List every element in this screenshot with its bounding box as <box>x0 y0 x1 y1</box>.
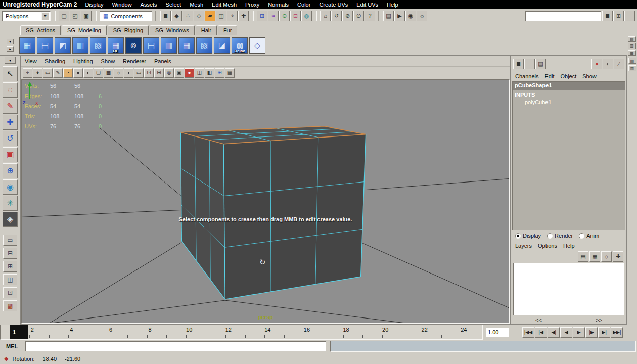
menubar-item[interactable]: Display <box>85 2 103 8</box>
menubar-item[interactable]: Assets <box>141 2 157 8</box>
shelf-delac-icon[interactable]: ▩ Delac <box>232 37 248 54</box>
lock-selection-icon[interactable]: ∅ <box>353 11 364 21</box>
grid-toggle-icon[interactable]: ⊞ <box>215 68 224 78</box>
shaded-toggle-icon[interactable]: ◐ <box>603 59 613 69</box>
shelf-tab[interactable]: SG_Modeling <box>62 25 107 35</box>
layer-lighting-icon[interactable]: ☼ <box>601 251 612 262</box>
help-icon[interactable]: ? <box>365 11 375 21</box>
layer-menu-item[interactable]: Layers <box>515 243 532 249</box>
render-radio[interactable]: Render <box>547 233 573 239</box>
toolbox-menu-button[interactable]: ▾ <box>5 57 16 64</box>
shelf-mirror-icon[interactable]: ▧ <box>196 37 212 54</box>
menubar-item[interactable]: Select <box>166 2 181 8</box>
channel-menu-item[interactable]: Show <box>582 73 597 79</box>
layout-single-pane-button[interactable]: ▭ <box>3 235 17 246</box>
menubar-item[interactable]: Create UVs <box>319 2 348 8</box>
play-backwards-button[interactable]: ◀ <box>560 327 572 338</box>
camera-bookmark-icon[interactable]: ♦ <box>33 68 42 78</box>
channel-layer-tab-icon[interactable]: ▤ <box>535 59 546 69</box>
resolution-gate-icon[interactable]: ⊡ <box>144 68 154 78</box>
select-component-faces-icon[interactable]: ▰ <box>205 11 215 21</box>
default-material-icon[interactable]: ● <box>185 68 194 78</box>
layer-menu-item[interactable]: Options <box>538 243 557 249</box>
viewport-canvas[interactable]: Verts: 56 56 Edges: 108 108 6 Faces: 54 … <box>21 79 510 324</box>
shelf-extrude-icon[interactable]: ▥ <box>72 37 88 54</box>
time-slider[interactable]: 24681012141618202224 1 <box>0 325 483 340</box>
channel-menu-item[interactable]: Edit <box>544 73 554 79</box>
panel-menu-item[interactable]: Shading <box>45 58 65 64</box>
menubar-item[interactable]: Help <box>387 2 398 8</box>
shelf-tab[interactable]: SG_Actions <box>20 25 61 35</box>
panel-menu-item[interactable]: Renderer <box>123 58 146 64</box>
shelf-bridge-icon[interactable]: ▧ <box>90 37 106 54</box>
wireframe-icon[interactable]: ◔ <box>63 68 73 78</box>
mel-label[interactable]: MEL <box>6 343 22 349</box>
panel-toggle-1-icon[interactable]: ▤ <box>628 58 636 64</box>
go-to-end-button[interactable]: ▶▶| <box>611 327 623 338</box>
chevron-down-icon[interactable]: ▾ <box>41 12 49 20</box>
shelf-tab[interactable]: Hair <box>196 25 217 35</box>
film-gate-icon[interactable]: ▭ <box>134 68 144 78</box>
textured-icon[interactable]: ▩ <box>104 68 113 78</box>
scene-save-icon[interactable]: ▣ <box>81 11 92 21</box>
select-component-points-icon[interactable]: ∴ <box>183 11 193 21</box>
camera-select-icon[interactable]: ⌖ <box>23 68 32 78</box>
grease-pencil-icon[interactable]: ✎ <box>53 68 63 78</box>
shelf-crease-icon[interactable]: ◪ <box>214 37 230 54</box>
layer-menu-item[interactable]: Help <box>563 243 575 249</box>
shelf-tab[interactable]: SG_Rigging <box>108 25 149 35</box>
universal-manipulator-tool[interactable]: ⊕ <box>3 163 18 178</box>
isolate-select-icon[interactable]: ◧ <box>205 68 214 78</box>
smooth-shade-icon[interactable]: ● <box>73 68 83 78</box>
shelf-overflow-icon[interactable]: ▸ <box>7 46 14 52</box>
numeric-input-field[interactable] <box>525 11 601 21</box>
step-forward-frame-button[interactable]: |▶ <box>585 327 598 338</box>
mel-command-input[interactable] <box>25 341 326 351</box>
layer-editor-tab-icon[interactable]: ≡ <box>524 59 535 69</box>
show-manipulator-tool[interactable]: ✳ <box>3 196 18 211</box>
pager-right-button[interactable]: >> <box>596 317 602 323</box>
bounding-box-icon[interactable]: ▢ <box>94 68 103 78</box>
shelf-tab[interactable]: Fur <box>218 25 238 35</box>
shelf-arrange-3-icon[interactable]: ▦ <box>628 50 636 56</box>
layout-two-pane-button[interactable]: ⊟ <box>3 248 17 259</box>
select-hierarchy-icon[interactable]: ≣ <box>160 11 171 21</box>
shelf-cube-wire-icon[interactable]: ◇ <box>249 37 265 54</box>
texture-borders-icon[interactable]: ▦ <box>225 68 235 78</box>
construction-history-icon[interactable]: ↺ <box>331 11 342 21</box>
shadows-icon[interactable]: ◗ <box>124 68 133 78</box>
panel-menu-item[interactable]: Lighting <box>73 58 93 64</box>
paint-select-tool[interactable]: ✎ <box>3 99 18 114</box>
ipr-render-icon[interactable]: ◉ <box>405 11 416 21</box>
show-attribute-editor-icon[interactable]: ≣ <box>602 11 613 21</box>
menu-set-dropdown[interactable]: Polygons ▾ <box>2 11 51 21</box>
xray-icon[interactable]: ◫ <box>195 68 204 78</box>
step-back-frame-button[interactable]: ◀| <box>548 327 560 338</box>
scene-open-icon[interactable]: ◰ <box>70 11 80 21</box>
safe-action-icon[interactable]: ◎ <box>164 68 174 78</box>
scene-new-icon[interactable]: ▢ <box>59 11 69 21</box>
slash-icon[interactable]: ∕ <box>614 59 624 69</box>
layout-hypershade-button[interactable]: ▩ <box>3 300 17 311</box>
menubar-item[interactable]: Window <box>112 2 131 8</box>
scale-tool[interactable]: ▣ <box>3 147 18 162</box>
panel-menu-item[interactable]: Show <box>101 58 115 64</box>
show-tool-settings-icon[interactable]: ⊞ <box>613 11 624 21</box>
panel-menu-item[interactable]: View <box>25 58 37 64</box>
select-handles-icon[interactable]: ✚ <box>238 11 249 21</box>
render-current-frame-icon[interactable]: ▶ <box>394 11 405 21</box>
select-highlight-icon[interactable]: ● <box>592 59 602 69</box>
shelf-subdiv-proxy-icon[interactable]: ▤ <box>37 37 53 54</box>
go-to-start-button[interactable]: |◀◀ <box>522 327 534 338</box>
select-component-hulls-icon[interactable]: ◫ <box>216 11 226 21</box>
play-forward-button[interactable]: ▶ <box>573 327 585 338</box>
snap-curve-icon[interactable]: ≈ <box>268 11 279 21</box>
menubar-item[interactable]: Normals <box>268 2 289 8</box>
no-construction-history-icon[interactable]: ⊘ <box>342 11 353 21</box>
shelf-arrange-2-icon[interactable]: ▥ <box>628 43 636 49</box>
step-forward-key-button[interactable]: ▶| <box>598 327 610 338</box>
shelf-de-icon[interactable]: ▦ DE <box>108 37 124 54</box>
select-tool[interactable]: ↖ <box>3 66 18 81</box>
panel-toggle-2-icon[interactable]: ▥ <box>628 65 636 71</box>
shelf-combine-icon[interactable]: ▤ <box>143 37 159 54</box>
